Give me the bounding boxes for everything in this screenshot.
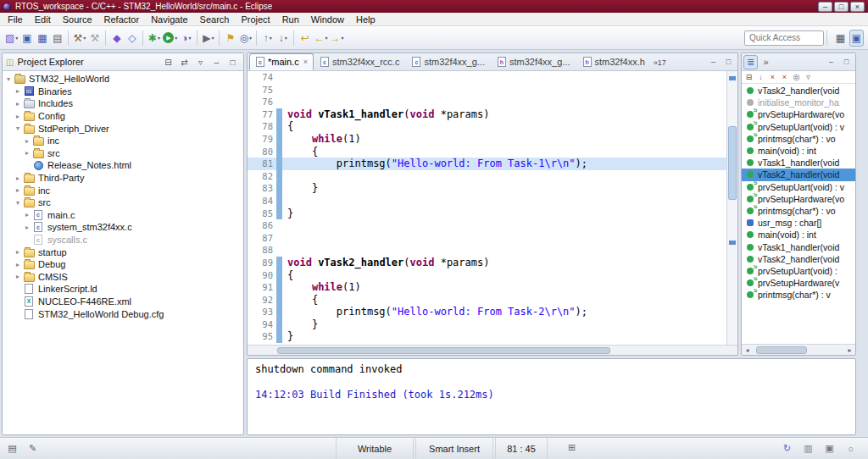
scrollbar-thumb[interactable] bbox=[277, 347, 610, 354]
line-number[interactable]: 77 bbox=[248, 108, 276, 121]
tree-item-cmsis[interactable]: ▸CMSIS bbox=[3, 271, 243, 284]
open-perspective-button[interactable]: ▦ bbox=[833, 30, 848, 47]
line-number[interactable]: 75 bbox=[248, 84, 276, 97]
external-tools-button[interactable]: ▶ bbox=[201, 30, 215, 47]
code-line[interactable]: 88 bbox=[248, 244, 726, 257]
expand-arrow-icon[interactable]: ▸ bbox=[14, 186, 22, 194]
tree-item-system-stm32f4xx-c[interactable]: ▸csystem_stm32f4xx.c bbox=[3, 221, 243, 234]
scroll-right-arrow[interactable]: ▸ bbox=[844, 346, 855, 354]
minimize-editor-button[interactable]: – bbox=[706, 56, 721, 68]
tree-item-binaries[interactable]: ▸01Binaries bbox=[3, 86, 243, 98]
last-edit-location-button[interactable]: ↩ bbox=[298, 30, 312, 47]
menu-search[interactable]: Search bbox=[194, 14, 236, 25]
outline-item-main-void-int[interactable]: main(void) : int bbox=[742, 145, 855, 157]
code-line[interactable]: 89void vTask2_handler(void *params) bbox=[248, 257, 726, 269]
tree-item-syscalls-c[interactable]: csyscalls.c bbox=[3, 234, 243, 246]
outline-item-printmsg-char-vo[interactable]: printmsg(char*) : vo bbox=[742, 133, 855, 145]
code-line[interactable]: 75 bbox=[248, 84, 726, 97]
line-number[interactable]: 79 bbox=[248, 133, 276, 146]
minimize-window-button[interactable]: – bbox=[818, 2, 832, 12]
menu-window[interactable]: Window bbox=[305, 14, 350, 25]
outline-item-prvsetuphardware-v[interactable]: prvSetupHardware(v bbox=[742, 277, 855, 289]
line-number[interactable]: 86 bbox=[248, 219, 276, 232]
expand-arrow-icon[interactable]: ▸ bbox=[14, 248, 22, 256]
editor-tab-main-c[interactable]: c*main.c× bbox=[249, 53, 314, 70]
code-line[interactable]: 74 bbox=[248, 71, 726, 84]
code-line[interactable]: 78{ bbox=[248, 120, 726, 133]
menu-run[interactable]: Run bbox=[276, 14, 305, 25]
outline-item-prvsetupuart-void[interactable]: prvSetupUart(void) : bbox=[742, 265, 855, 277]
forward-button[interactable]: → bbox=[329, 30, 344, 47]
line-number[interactable]: 93 bbox=[248, 306, 276, 318]
tree-item-stdperiph-driver[interactable]: ▾StdPeriph_Driver bbox=[3, 122, 243, 135]
hide-static-members-button[interactable]: × bbox=[779, 72, 790, 83]
menu-help[interactable]: Help bbox=[350, 14, 381, 25]
outline-item-vtask2-handler-void[interactable]: vTask2_handler(void bbox=[742, 169, 855, 180]
collapse-all-button[interactable]: ⊟ bbox=[161, 55, 175, 69]
line-number[interactable]: 76 bbox=[248, 96, 276, 108]
maximize-view-button[interactable]: □ bbox=[225, 55, 240, 69]
expand-arrow-icon[interactable]: ▸ bbox=[14, 87, 22, 95]
maximize-view-button[interactable]: □ bbox=[839, 56, 854, 68]
tab-overflow-indicator[interactable]: »17 bbox=[651, 58, 669, 70]
outline-item-prvsetupuart-void-v[interactable]: prvSetupUart(void) : v bbox=[742, 121, 855, 133]
new-button[interactable]: ▧ bbox=[4, 30, 19, 47]
line-number[interactable]: 91 bbox=[248, 281, 276, 294]
tree-item-debug[interactable]: ▸Debug bbox=[3, 258, 243, 271]
overview-ruler[interactable] bbox=[726, 71, 737, 345]
code-line[interactable]: 84 bbox=[248, 195, 726, 207]
code-line[interactable]: 81 printmsg("Hello-world: From Task-1\r\… bbox=[248, 158, 726, 170]
outline-item-printmsg-char-v[interactable]: printmsg(char*) : v bbox=[742, 289, 855, 301]
code-line[interactable]: 93 printmsg("Hello-world: From Task-2\r\… bbox=[248, 306, 726, 318]
line-number[interactable]: 89 bbox=[248, 257, 276, 269]
scrollbar-track[interactable] bbox=[753, 346, 844, 354]
sort-button[interactable]: ↓ bbox=[755, 72, 766, 83]
expand-arrow-icon[interactable]: ▸ bbox=[14, 261, 22, 268]
build-project-button[interactable]: ⚒ bbox=[87, 30, 102, 47]
collapse-arrow-icon[interactable]: ▾ bbox=[14, 124, 22, 132]
line-number[interactable]: 81 bbox=[248, 158, 276, 170]
console-output[interactable]: shutdown command invoked 14:12:03 Build … bbox=[248, 359, 855, 406]
edit-mode-icon[interactable]: ✎ bbox=[25, 441, 40, 456]
search-button[interactable]: ◎ bbox=[238, 30, 253, 47]
code-line[interactable]: 77void vTask1_handler(void *params) bbox=[248, 108, 726, 121]
menu-project[interactable]: Project bbox=[235, 14, 275, 25]
change-marker[interactable] bbox=[729, 76, 736, 80]
code-line[interactable]: 83 } bbox=[248, 182, 726, 195]
outline-item-prvsetupuart-void-v[interactable]: prvSetupUart(void) : v bbox=[742, 181, 855, 193]
outline-item-vtask2-handler-void[interactable]: vTask2_handler(void bbox=[742, 253, 855, 265]
outline-item-usr-msg-char[interactable]: usr_msg : char[] bbox=[742, 217, 855, 229]
previous-annotation-button[interactable]: ↑ bbox=[260, 30, 275, 47]
scrollbar-thumb[interactable] bbox=[756, 346, 806, 354]
mark-occurrences-button[interactable]: ⚑ bbox=[223, 30, 237, 47]
outline-item-vtask1-handler-void[interactable]: vTask1_handler(void bbox=[742, 157, 855, 169]
hidden-views-button[interactable]: » bbox=[759, 55, 773, 69]
expand-arrow-icon[interactable]: ▸ bbox=[23, 211, 31, 218]
code-line[interactable]: 92 { bbox=[248, 294, 726, 307]
tree-item-inc[interactable]: ▸inc bbox=[3, 184, 243, 196]
line-number[interactable]: 85 bbox=[248, 207, 276, 220]
expand-arrow-icon[interactable]: ▸ bbox=[14, 273, 22, 280]
outline-item-vtask2-handler-void[interactable]: vTask2_handler(void bbox=[742, 85, 855, 97]
collapse-arrow-icon[interactable]: ▾ bbox=[4, 75, 13, 83]
line-number[interactable]: 87 bbox=[248, 232, 276, 245]
editor-tab-stm32f4xx-g[interactable]: hstm32f4xx_g... bbox=[491, 53, 576, 70]
show-selected-element-icon[interactable]: ▤ bbox=[5, 441, 19, 456]
code-line[interactable]: 90{ bbox=[248, 269, 726, 282]
next-annotation-button[interactable]: ↓ bbox=[275, 30, 290, 47]
code-line[interactable]: 85} bbox=[248, 207, 726, 220]
view-menu-button[interactable]: ▿ bbox=[803, 72, 814, 83]
expand-arrow-icon[interactable]: ▸ bbox=[23, 149, 31, 157]
tree-item-main-c[interactable]: ▸cmain.c bbox=[3, 209, 243, 222]
tree-item-third-party[interactable]: ▸Third-Party bbox=[3, 172, 243, 185]
line-number[interactable]: 92 bbox=[248, 294, 276, 307]
menu-edit[interactable]: Edit bbox=[29, 14, 57, 25]
tree-item-nucleo-f446re-xml[interactable]: XNUCLEO-F446RE.xml bbox=[3, 296, 243, 308]
outline-item-prvsetuphardware-vo[interactable]: prvSetupHardware(vo bbox=[742, 193, 855, 205]
scroll-left-arrow[interactable]: ◂ bbox=[742, 346, 753, 354]
outline-item-initialise-monitor-ha[interactable]: initialise_monitor_ha bbox=[742, 97, 855, 108]
outline-view-tab[interactable]: ≣ bbox=[743, 55, 758, 69]
line-number[interactable]: 95 bbox=[248, 330, 276, 343]
change-marker[interactable] bbox=[729, 241, 736, 245]
sync-icon[interactable]: ↻ bbox=[780, 441, 794, 456]
